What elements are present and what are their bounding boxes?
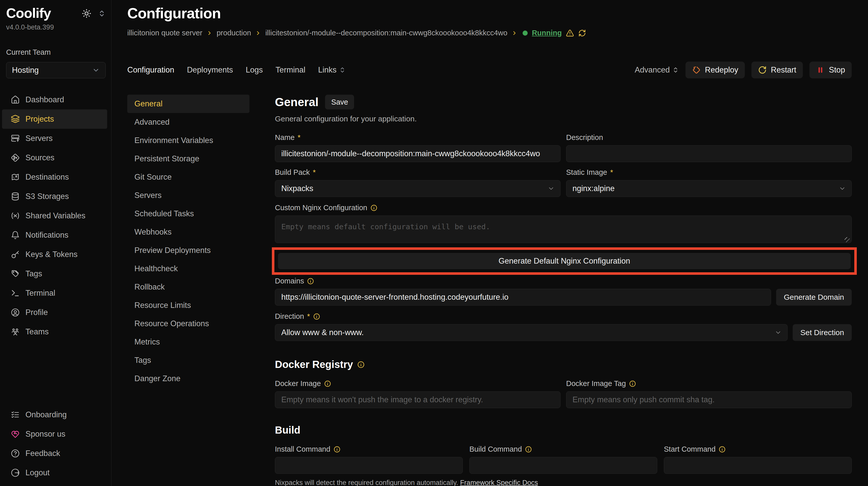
- info-icon[interactable]: [334, 446, 341, 453]
- chevrons-up-down-icon[interactable]: [98, 10, 106, 17]
- subnav-environment-variables[interactable]: Environment Variables: [127, 131, 249, 150]
- sidebar-item-notifications[interactable]: Notifications: [2, 225, 107, 245]
- info-icon[interactable]: [719, 446, 726, 453]
- docker-image-input[interactable]: [275, 391, 560, 408]
- annotation-highlight-box: Generate Default Nginx Configuration: [272, 247, 857, 275]
- sidebar-item-shared-variables[interactable]: Shared Variables: [2, 206, 107, 225]
- tab-bar: Configuration Deployments Logs Terminal …: [127, 62, 852, 78]
- sidebar-item-onboarding[interactable]: Onboarding: [2, 405, 107, 424]
- sidebar-item-s3-storages[interactable]: S3 Storages: [2, 187, 107, 206]
- tab-terminal[interactable]: Terminal: [276, 65, 306, 74]
- tab-configuration[interactable]: Configuration: [127, 65, 174, 74]
- subnav-persistent-storage[interactable]: Persistent Storage: [127, 150, 249, 168]
- breadcrumb-project[interactable]: illicitonion quote server: [127, 29, 203, 37]
- sidebar-item-label: Keys & Tokens: [26, 250, 78, 259]
- subnav-metrics[interactable]: Metrics: [127, 333, 249, 351]
- generate-domain-button[interactable]: Generate Domain: [776, 289, 852, 305]
- info-icon[interactable]: [629, 380, 636, 387]
- subnav-tags[interactable]: Tags: [127, 351, 249, 369]
- subnav-servers[interactable]: Servers: [127, 186, 249, 204]
- breadcrumb-resource[interactable]: illicitestonion/-module--decomposition:m…: [265, 29, 507, 37]
- stop-button[interactable]: Stop: [809, 62, 852, 78]
- subnav-resource-limits[interactable]: Resource Limits: [127, 296, 249, 315]
- build-command-input[interactable]: [469, 457, 657, 474]
- sidebar-item-label: Projects: [26, 115, 54, 124]
- subnav-healthcheck[interactable]: Healthcheck: [127, 260, 249, 278]
- status-running-link[interactable]: Running: [532, 29, 562, 37]
- subnav-danger-zone[interactable]: Danger Zone: [127, 369, 249, 388]
- advanced-dropdown[interactable]: Advanced: [634, 65, 679, 74]
- refresh-icon[interactable]: [578, 29, 586, 37]
- info-icon[interactable]: [525, 446, 532, 453]
- sidebar-item-sponsor[interactable]: Sponsor us: [2, 424, 107, 444]
- variable-icon: [11, 211, 20, 220]
- sidebar-item-profile[interactable]: Profile: [2, 303, 107, 322]
- subnav-resource-operations[interactable]: Resource Operations: [127, 315, 249, 333]
- section-title: General: [275, 95, 318, 109]
- sidebar-item-feedback[interactable]: Feedback: [2, 444, 107, 463]
- subnav-scheduled-tasks[interactable]: Scheduled Tasks: [127, 204, 249, 223]
- redeploy-button[interactable]: Redeploy: [685, 62, 745, 78]
- breadcrumb-environment[interactable]: production: [217, 29, 251, 37]
- restart-button[interactable]: Restart: [751, 62, 803, 78]
- info-icon[interactable]: [307, 278, 314, 285]
- info-icon[interactable]: [324, 380, 331, 387]
- start-command-input[interactable]: [664, 457, 852, 474]
- description-input[interactable]: [566, 145, 852, 162]
- save-button[interactable]: Save: [325, 95, 354, 109]
- install-command-input[interactable]: [275, 457, 463, 474]
- checklist-icon: [11, 410, 20, 419]
- set-direction-button[interactable]: Set Direction: [793, 324, 852, 341]
- name-input[interactable]: [275, 145, 560, 162]
- sidebar-item-terminal[interactable]: Terminal: [2, 284, 107, 303]
- restart-label: Restart: [771, 65, 796, 74]
- build-pack-select[interactable]: Nixpacks: [275, 180, 560, 197]
- sidebar-item-destinations[interactable]: Destinations: [2, 167, 107, 187]
- framework-docs-link[interactable]: Framework Specific Docs: [460, 479, 538, 486]
- direction-select[interactable]: Allow www & non-www.: [275, 324, 787, 341]
- sidebar-item-dashboard[interactable]: Dashboard: [2, 90, 107, 109]
- start-command-label: Start Command: [664, 445, 852, 453]
- stop-pause-icon: [816, 66, 825, 74]
- theme-toggle-sun-icon[interactable]: [82, 9, 91, 18]
- info-icon[interactable]: [357, 361, 365, 368]
- subnav-advanced[interactable]: Advanced: [127, 113, 249, 131]
- chevrons-up-down-icon: [672, 67, 679, 73]
- install-command-label: Install Command: [275, 445, 463, 453]
- subnav-webhooks[interactable]: Webhooks: [127, 223, 249, 241]
- generate-nginx-config-button[interactable]: Generate Default Nginx Configuration: [278, 253, 851, 269]
- bell-icon: [11, 230, 20, 240]
- tab-deployments[interactable]: Deployments: [187, 65, 233, 74]
- general-form: General Save General configuration for y…: [275, 95, 852, 486]
- tab-links[interactable]: Links: [318, 65, 346, 74]
- static-image-select[interactable]: nginx:alpine: [566, 180, 852, 197]
- sidebar-item-servers[interactable]: Servers: [2, 129, 107, 148]
- key-icon: [11, 250, 20, 259]
- sidebar-item-logout[interactable]: Logout: [2, 463, 107, 482]
- required-marker: *: [610, 168, 613, 176]
- subnav-rollback[interactable]: Rollback: [127, 278, 249, 296]
- tab-logs[interactable]: Logs: [246, 65, 263, 74]
- sidebar-item-teams[interactable]: Teams: [2, 322, 107, 342]
- app-version: v4.0.0-beta.399: [6, 24, 106, 31]
- sidebar-item-sources[interactable]: Sources: [2, 148, 107, 167]
- sidebar-item-label: Shared Variables: [26, 211, 86, 220]
- subnav-git-source[interactable]: Git Source: [127, 168, 249, 186]
- team-select[interactable]: Hosting: [6, 62, 106, 78]
- custom-nginx-textarea[interactable]: [275, 216, 852, 243]
- sidebar-bottom-nav: Onboarding Sponsor us Feedback Logout: [0, 405, 111, 482]
- redeploy-icon: [692, 66, 701, 74]
- subnav-general[interactable]: General: [127, 95, 249, 113]
- info-icon[interactable]: [313, 313, 320, 320]
- docker-image-tag-input[interactable]: [566, 391, 852, 408]
- sidebar-item-keys-tokens[interactable]: Keys & Tokens: [2, 245, 107, 264]
- sidebar-item-tags[interactable]: Tags: [2, 264, 107, 284]
- info-icon[interactable]: [370, 204, 377, 212]
- chevrons-up-down-icon: [339, 67, 346, 73]
- subnav-preview-deployments[interactable]: Preview Deployments: [127, 241, 249, 260]
- chevron-down-icon: [548, 185, 555, 192]
- chevron-down-icon: [92, 66, 100, 74]
- warning-triangle-icon[interactable]: [566, 29, 574, 37]
- domains-input[interactable]: [275, 289, 771, 305]
- sidebar-item-projects[interactable]: Projects: [2, 109, 107, 129]
